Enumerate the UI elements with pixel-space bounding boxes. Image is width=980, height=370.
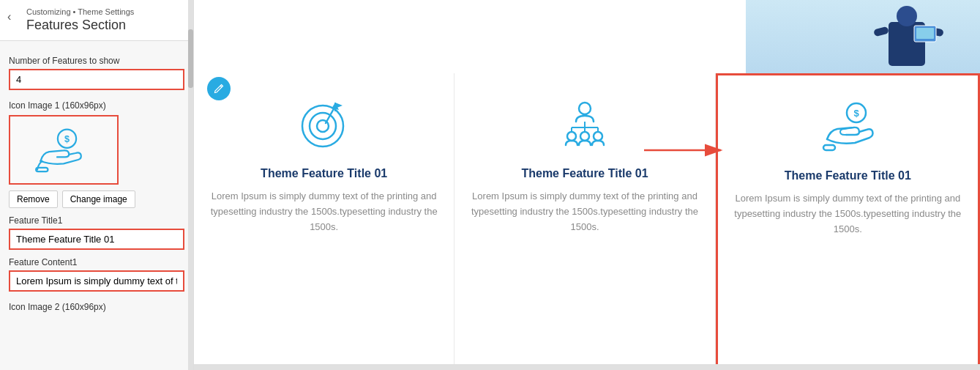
svg-point-25 [580,132,589,141]
icon-image-1-label: Icon Image 1 (160x96px) [9,100,184,111]
feature-title-1: Theme Feature Title 01 [261,167,387,180]
svg-point-26 [594,132,602,141]
feature-card-3: $ Theme Feature Title 01 Lorem Ipsum is … [716,73,980,370]
number-of-features-label: Number of Features to show [9,56,184,66]
remove-button[interactable]: Remove [9,190,58,208]
svg-rect-5 [873,26,889,37]
back-button[interactable]: ‹ [7,10,11,23]
sidebar-header: ‹ Customizing • Theme Settings Features … [0,0,193,41]
feature-title1-label: Feature Title1 [9,215,184,226]
hand-coin-icon-main: $ [818,101,877,152]
hand-coin-icon: $ [31,126,97,174]
feature-title-2: Theme Feature Title 01 [521,167,648,180]
feature-desc-1: Lorem Ipsum is simply dummy text of the … [209,189,439,234]
icon-image-1-box: $ [9,115,119,185]
feature-desc-3: Lorem Ipsum is simply dummy text of the … [733,191,963,237]
svg-marker-17 [335,103,343,108]
sidebar: ‹ Customizing • Theme Settings Features … [0,0,194,370]
feature-card-1: Theme Feature Title 01 Lorem Ipsum is si… [194,73,455,370]
feature-title-3: Theme Feature Title 01 [785,169,911,182]
red-arrow [640,136,728,168]
change-image-button[interactable]: Change image [62,190,135,208]
section-title: Features Section [26,18,184,33]
svg-text:$: $ [854,108,860,119]
breadcrumb: Customizing • Theme Settings [26,7,184,16]
target-icon [295,95,354,154]
main-area: Theme Feature Title 01 Lorem Ipsum is si… [194,0,980,370]
svg-point-18 [579,103,591,114]
red-arrow-icon [640,136,728,165]
person-silhouette-icon [834,0,980,73]
edit-pencil-button[interactable] [207,77,231,100]
sidebar-content: Number of Features to show Icon Image 1 … [0,41,193,370]
number-of-features-input[interactable] [9,69,184,90]
svg-point-24 [567,132,576,141]
bottom-scrollbar[interactable] [194,364,980,370]
svg-rect-29 [823,145,835,150]
image-button-row: Remove Change image [9,190,184,208]
icon-image-2-label: Icon Image 2 (160x96px) [9,302,184,312]
feature-desc-2: Lorem Ipsum is simply dummy text of the … [469,189,700,234]
feature-content1-label: Feature Content1 [9,257,184,267]
feature-title1-input[interactable] [9,229,184,250]
svg-rect-8 [916,28,934,39]
sidebar-scrollbar-thumb[interactable] [188,29,193,88]
svg-point-12 [310,113,336,139]
features-section: Theme Feature Title 01 Lorem Ipsum is si… [194,73,980,370]
feature-icon-3: $ [818,97,877,156]
sidebar-scrollbar[interactable] [188,0,193,370]
feature-content1-input[interactable] [9,270,184,292]
svg-point-11 [302,106,343,147]
svg-text:$: $ [64,134,70,144]
feature-icon-1 [295,95,354,154]
bg-image-area [746,0,980,73]
pencil-icon [213,83,225,95]
svg-point-4 [897,6,917,26]
team-icon [556,95,614,154]
feature-card-2: Theme Feature Title 01 Lorem Ipsum is si… [455,73,715,370]
feature-icon-2 [556,95,614,154]
